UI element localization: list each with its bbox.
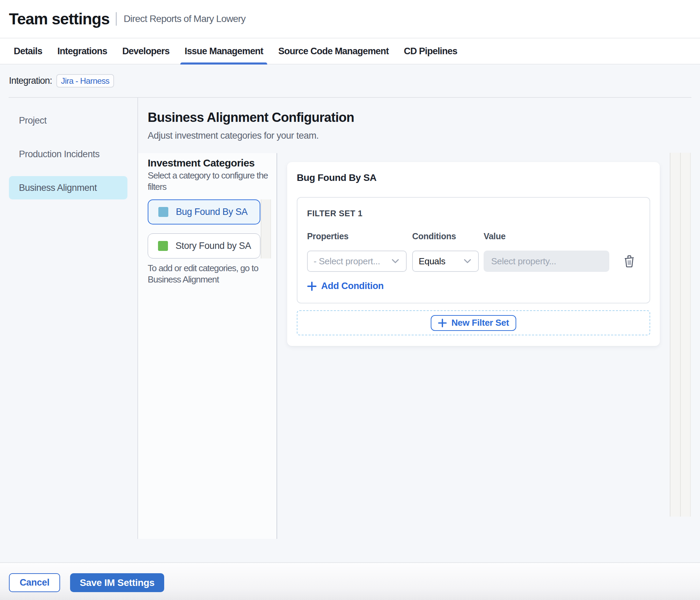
new-filter-set-button[interactable]: New Filter Set	[431, 315, 516, 331]
plus-icon	[307, 281, 317, 291]
title-separator	[116, 12, 117, 26]
investment-categories-column: Investment Categories Select a category …	[148, 153, 262, 285]
filter-condition-row: - Select propert... Equals	[307, 251, 640, 272]
section-subtitle: Adjust investment categories for your te…	[148, 131, 354, 140]
categories-heading: Investment Categories	[148, 158, 262, 169]
integration-label: Integration:	[9, 76, 52, 86]
category-story-found-by-sa[interactable]: Story Found by SA	[148, 233, 260, 258]
filter-column-labels: Properties Conditions Value	[307, 232, 640, 241]
value-label: Value	[484, 232, 609, 241]
categories-footnote: To add or edit categories, go to Busines…	[148, 263, 292, 285]
content-area: Integration: Jira - Harness Project Prod…	[0, 65, 700, 562]
condition-select[interactable]: Equals	[412, 251, 479, 272]
value-input	[484, 251, 609, 272]
app-footer: Cancel Save IM Settings	[0, 562, 700, 600]
sidebar-item-business-alignment[interactable]: Business Alignment	[9, 176, 127, 199]
categories-hint: Select a category to configure the filte…	[148, 170, 292, 193]
main-heading-block: Business Alignment Configuration Adjust …	[148, 111, 354, 140]
tab-source-code-management[interactable]: Source Code Management	[271, 38, 396, 64]
add-condition-label: Add Condition	[321, 281, 384, 291]
tab-details[interactable]: Details	[6, 38, 50, 64]
tab-issue-management[interactable]: Issue Management	[177, 38, 271, 64]
category-bug-found-by-sa[interactable]: Bug Found By SA	[148, 199, 260, 224]
delete-condition-button[interactable]	[623, 254, 635, 268]
sidebar-item-project[interactable]: Project	[9, 109, 127, 132]
tab-bar: Details Integrations Developers Issue Ma…	[0, 38, 700, 65]
story-category-swatch	[158, 241, 168, 251]
category-label: Bug Found By SA	[176, 207, 248, 217]
tab-cd-pipelines[interactable]: CD Pipelines	[396, 38, 465, 64]
app-header: Team settings Direct Reports of Mary Low…	[0, 0, 700, 38]
chevron-down-icon	[392, 259, 399, 264]
integration-row: Integration: Jira - Harness	[0, 65, 700, 97]
categories-panel-divider	[276, 153, 277, 539]
page-title: Team settings	[9, 10, 110, 28]
new-filter-set-label: New Filter Set	[451, 318, 509, 328]
section-title: Business Alignment Configuration	[148, 111, 354, 124]
sidebar-item-production-incidents[interactable]: Production Incidents	[9, 142, 127, 166]
new-filter-set-dropzone: New Filter Set	[297, 310, 650, 335]
condition-select-value: Equals	[419, 256, 461, 267]
cancel-button[interactable]: Cancel	[9, 573, 60, 592]
page-subtitle: Direct Reports of Mary Lowery	[124, 13, 246, 24]
bug-category-swatch	[158, 207, 168, 217]
filter-set-1: FILTER SET 1 Properties Conditions Value…	[297, 197, 650, 303]
settings-side-nav: Project Production Incidents Business Al…	[9, 97, 137, 210]
add-condition-button[interactable]: Add Condition	[307, 281, 384, 291]
category-label: Story Found by SA	[176, 241, 251, 251]
categories-scrollbar-track[interactable]	[261, 199, 271, 258]
property-select[interactable]: - Select propert...	[307, 251, 407, 272]
conditions-label: Conditions	[412, 232, 484, 241]
tab-integrations[interactable]: Integrations	[50, 38, 115, 64]
filter-set-heading: FILTER SET 1	[307, 209, 640, 218]
chevron-down-icon	[464, 259, 471, 264]
integration-chip[interactable]: Jira - Harness	[56, 74, 114, 88]
plus-icon	[438, 319, 447, 327]
panel-scrollbar-track[interactable]	[670, 153, 691, 517]
property-select-placeholder: - Select propert...	[314, 256, 389, 267]
tab-developers[interactable]: Developers	[115, 38, 177, 64]
panel-title: Bug Found By SA	[297, 172, 650, 183]
properties-label: Properties	[307, 232, 412, 241]
filter-configuration-card: Bug Found By SA FILTER SET 1 Properties …	[287, 162, 660, 346]
save-im-settings-button[interactable]: Save IM Settings	[70, 573, 164, 592]
trash-icon	[623, 255, 635, 268]
